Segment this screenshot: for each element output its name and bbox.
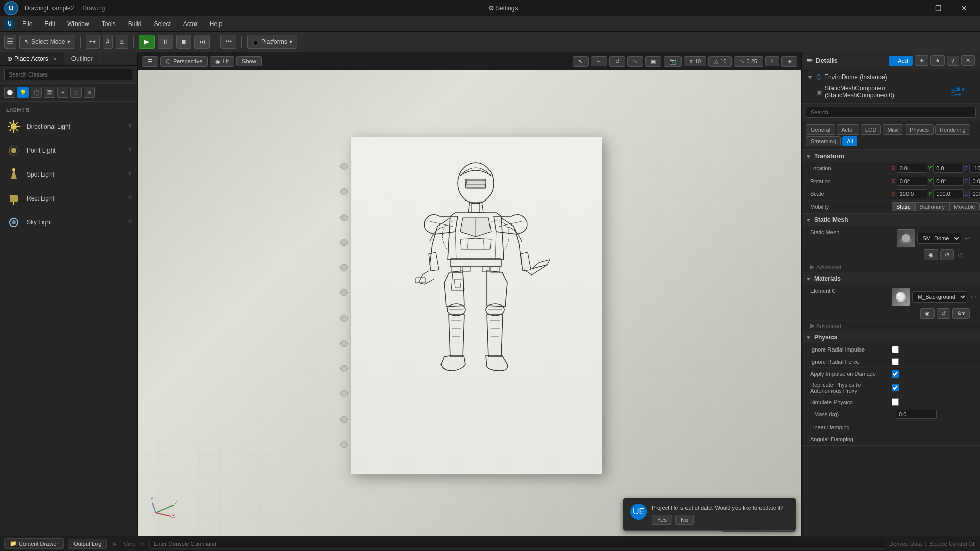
mesh-browse-btn[interactable]: ◉	[924, 249, 938, 260]
icon-volume[interactable]: ⬡	[70, 87, 82, 98]
menu-build[interactable]: Build	[123, 18, 147, 30]
location-z-input[interactable]	[969, 164, 980, 173]
light-item-directional[interactable]: Directional Light ?	[0, 115, 137, 139]
show-btn[interactable]: Show	[236, 56, 262, 66]
mesh-name-select[interactable]: SM_Dome	[917, 233, 961, 244]
location-y-input[interactable]	[933, 164, 964, 173]
content-drawer-btn[interactable]: 📁 Content Drawer	[4, 538, 64, 549]
rect-light-help[interactable]: ?	[127, 194, 131, 203]
transform-btn[interactable]: ↖	[573, 56, 589, 67]
camera-speed-btn[interactable]: 📷	[664, 56, 682, 67]
mesh-reset-btn2[interactable]: ↺	[956, 249, 964, 260]
lit-btn[interactable]: ◉ Lit	[210, 56, 234, 67]
select-mode-button[interactable]: ↖ Select Mode ▾	[19, 35, 75, 49]
tab-general[interactable]: General	[806, 124, 835, 135]
minimize-button[interactable]: —	[901, 0, 925, 16]
details-search-input[interactable]	[806, 107, 976, 118]
details-close-btn[interactable]: ✕	[961, 55, 975, 66]
menu-help[interactable]: Help	[205, 18, 228, 30]
scale-y-input[interactable]	[933, 189, 964, 198]
toolbar-add-btn[interactable]: +▾	[86, 35, 100, 49]
sm-advanced-row[interactable]: ▶ Advanced	[802, 262, 980, 272]
scale-z-input[interactable]	[969, 189, 980, 198]
output-log-btn[interactable]: Output Log	[68, 539, 107, 549]
rotation-x-input[interactable]	[897, 177, 927, 186]
mesh-reset-btn[interactable]: ↩	[963, 234, 971, 242]
point-light-help[interactable]: ?	[127, 146, 131, 155]
mat-use-btn[interactable]: ↺	[937, 308, 950, 319]
static-mesh-header[interactable]: ▼ Static Mesh	[802, 214, 980, 226]
surface-snap-btn[interactable]: ▣	[645, 56, 662, 67]
window-controls[interactable]: — ❐ ✕	[901, 0, 976, 16]
mat-advanced-row[interactable]: ▶ Advanced	[802, 321, 980, 331]
tree-item-static-mesh-comp[interactable]: ▣ StaticMeshComponent (StaticMeshCompone…	[802, 83, 980, 101]
ignore-radial-impulse-check[interactable]	[892, 346, 899, 353]
light-item-spot[interactable]: Spot Light ?	[0, 163, 137, 187]
maximize-button[interactable]: ❐	[927, 0, 950, 16]
tree-item-envirodome[interactable]: ▼ ⬡ EnviroDome (Instance)	[802, 71, 980, 83]
scale-btn[interactable]: ⤡	[627, 56, 643, 67]
viewport-size-btn[interactable]: 4	[765, 56, 779, 66]
transform-header[interactable]: ▼ Transform	[802, 150, 980, 162]
material-name-select[interactable]: M_Background	[912, 291, 967, 303]
place-actors-close[interactable]: ✕	[53, 56, 57, 62]
rotate-btn[interactable]: ↺	[609, 56, 625, 67]
material-reset-btn[interactable]: ↩	[969, 293, 977, 301]
edit-cpp-link[interactable]: Edit in C++	[951, 86, 975, 97]
simulate-physics-check[interactable]	[892, 398, 899, 406]
tab-outliner[interactable]: Outliner	[64, 52, 101, 65]
mass-input[interactable]	[896, 410, 937, 419]
viewport[interactable]: ☰ ⬡ Perspective ◉ Lit Show ↖ ↔ ↺ ⤡ ▣ 📷 #	[138, 52, 801, 536]
tab-actor[interactable]: Actor	[837, 124, 859, 135]
perspective-btn[interactable]: ⬡ Perspective	[160, 56, 208, 67]
close-button[interactable]: ✕	[952, 0, 976, 16]
angle-snap-btn[interactable]: △ 10	[708, 56, 732, 67]
location-x-input[interactable]	[897, 164, 927, 173]
materials-header[interactable]: ▼ Materials	[802, 272, 980, 285]
mesh-use-btn[interactable]: ↺	[940, 249, 954, 260]
maximize-viewport-btn[interactable]: ⊞	[781, 56, 797, 67]
pause-button[interactable]: ⏸	[158, 35, 173, 49]
notification-no-btn[interactable]: No	[675, 515, 694, 525]
more-options-button[interactable]: •••	[220, 35, 236, 49]
menu-tools[interactable]: Tools	[96, 18, 121, 30]
add-component-button[interactable]: + Add	[889, 56, 912, 66]
scale-snap-btn[interactable]: ⤡ 0.25	[734, 56, 763, 67]
viewport-menu-btn[interactable]: ☰	[142, 56, 158, 67]
replicate-physics-check[interactable]	[892, 384, 899, 391]
details-filter-btn[interactable]: ★	[930, 55, 945, 66]
menu-actor[interactable]: Actor	[178, 18, 203, 30]
icon-visual[interactable]: ✦	[57, 87, 68, 98]
light-item-sky[interactable]: Sky Light ?	[0, 211, 137, 235]
menu-select[interactable]: Select	[149, 18, 176, 30]
spot-light-help[interactable]: ?	[127, 170, 131, 179]
tab-physics[interactable]: Physics	[905, 124, 934, 135]
details-help-btn[interactable]: ?	[947, 56, 959, 66]
menu-window[interactable]: Window	[62, 18, 94, 30]
menu-edit[interactable]: Edit	[39, 18, 60, 30]
source-control-label[interactable]: Source Control Off	[929, 541, 976, 547]
icon-cinematic[interactable]: 🎬	[44, 87, 55, 98]
rotation-z-input[interactable]	[969, 177, 980, 186]
directional-light-help[interactable]: ?	[127, 122, 131, 131]
light-item-rect[interactable]: Rect Light ?	[0, 187, 137, 211]
icon-all-classes[interactable]: ⊞	[84, 87, 95, 98]
stop-button[interactable]: ⏹	[176, 35, 191, 49]
scale-x-input[interactable]	[897, 189, 927, 198]
icon-recent[interactable]: 🕐	[4, 87, 15, 98]
grid-toggle-btn[interactable]: # 10	[684, 56, 706, 66]
platforms-button[interactable]: 📱 Platforms ▾	[247, 35, 297, 49]
ignore-radial-force-check[interactable]	[892, 358, 899, 365]
rotation-y-input[interactable]	[933, 177, 964, 186]
tab-misc[interactable]: Misc	[883, 124, 903, 135]
tab-all[interactable]: All	[842, 136, 857, 146]
tab-streaming[interactable]: Streaming	[806, 136, 841, 146]
mat-options-btn[interactable]: ⚙▾	[952, 308, 970, 319]
derived-data-label[interactable]: Derived Data	[889, 541, 922, 547]
details-layout-btn[interactable]: ⊞	[915, 55, 928, 66]
mob-stationary-btn[interactable]: Stationary	[915, 202, 950, 211]
play-button[interactable]: ▶	[139, 35, 155, 49]
icon-shapes[interactable]: ◯	[31, 87, 42, 98]
settings-btn[interactable]: ⚙ Settings	[488, 5, 518, 12]
mat-browse-btn[interactable]: ◉	[920, 308, 935, 319]
